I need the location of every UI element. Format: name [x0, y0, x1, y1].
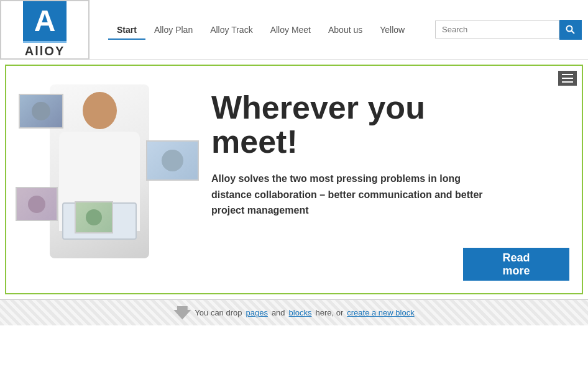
search-area	[435, 20, 582, 40]
menu-bar-3	[562, 81, 573, 83]
nav-start[interactable]: Start	[108, 20, 145, 40]
search-input[interactable]	[435, 20, 559, 39]
hero-headline: Wherever you meet!	[211, 91, 569, 158]
person-head	[83, 92, 117, 129]
drop-icon	[173, 306, 191, 320]
footer-text-middle: and	[272, 308, 285, 317]
blocks-link[interactable]: blocks	[289, 308, 312, 317]
text-content: Wherever you meet! Alloy solves the two …	[211, 78, 569, 219]
footer-text-before: You can drop	[195, 308, 242, 317]
read-more-button[interactable]: Read more	[463, 248, 569, 281]
block-menu-icon[interactable]	[558, 71, 577, 86]
svg-line-1	[572, 30, 575, 34]
svg-point-0	[567, 25, 572, 31]
menu-bar-2	[562, 78, 573, 79]
photo-card-1	[19, 94, 63, 129]
nav-alloy-meet[interactable]: Alloy Meet	[262, 20, 319, 40]
logo-icon: A	[23, 1, 67, 43]
search-icon	[566, 25, 576, 35]
headline-line2: meet!	[211, 124, 298, 160]
create-new-block-link[interactable]: create a new block	[347, 308, 414, 317]
drop-zone-footer: You can drop pages and blocks here, or c…	[0, 299, 588, 325]
logo: A AllOY	[0, 0, 90, 60]
logo-name: AllOY	[25, 44, 65, 58]
pages-link[interactable]: pages	[246, 308, 267, 317]
footer-text-after: here, or	[315, 308, 343, 317]
menu-bar-1	[562, 74, 573, 75]
nav-alloy-track[interactable]: Alloy Track	[201, 20, 261, 40]
logo-letter: A	[34, 4, 56, 38]
hero-image	[19, 78, 193, 265]
photo-card-3	[16, 187, 58, 221]
header: A AllOY Start Alloy Plan Alloy Track All…	[0, 0, 588, 60]
headline-line1: Wherever you	[211, 89, 425, 125]
nav-yellow[interactable]: Yellow	[371, 20, 413, 40]
hero-subtext: Alloy solves the two most pressing probl…	[211, 171, 491, 219]
nav-alloy-plan[interactable]: Alloy Plan	[145, 20, 201, 40]
footer-content: You can drop pages and blocks here, or c…	[173, 306, 414, 320]
photo-card-2	[146, 140, 199, 181]
photo-card-4	[75, 201, 113, 233]
hero-section: Wherever you meet! Alloy solves the two …	[5, 65, 583, 294]
nav-about-us[interactable]: About us	[319, 20, 371, 40]
main-nav: Start Alloy Plan Alloy Track Alloy Meet …	[90, 20, 435, 40]
search-button[interactable]	[559, 20, 582, 40]
